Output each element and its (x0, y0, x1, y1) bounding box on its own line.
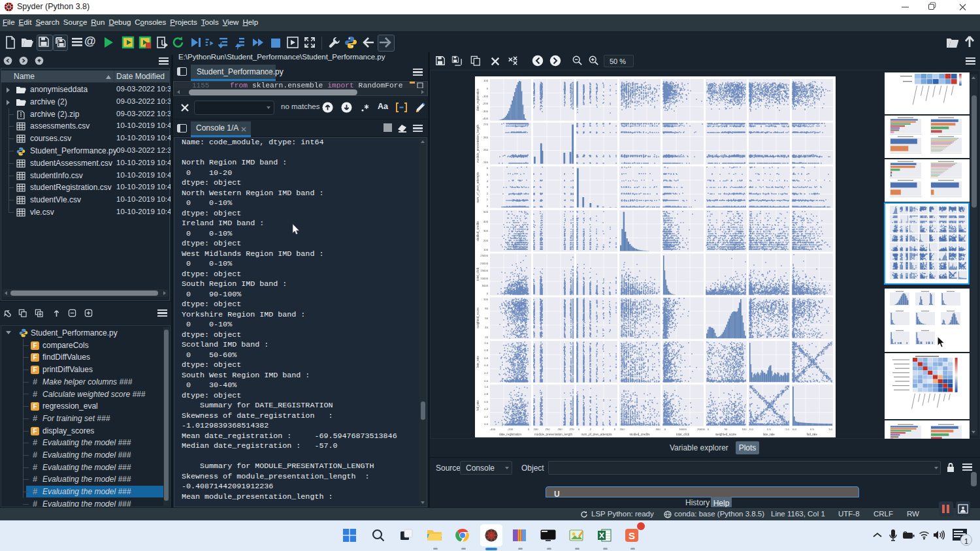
svg-text:500: 500 (483, 210, 489, 213)
svg-text:200: 200 (620, 428, 625, 431)
svg-text:fail_rate: fail_rate (476, 400, 480, 411)
svg-text:num_of_prev_attempts: num_of_prev_attempts (581, 433, 613, 436)
svg-text:-400: -400 (483, 117, 489, 120)
svg-text:0.2: 0.2 (484, 415, 488, 418)
svg-text:0.8: 0.8 (484, 349, 488, 352)
svg-text:0.0: 0.0 (749, 428, 753, 431)
svg-text:20000: 20000 (697, 428, 705, 431)
svg-text:80: 80 (485, 307, 488, 310)
svg-text:-200: -200 (483, 102, 489, 105)
svg-text:250: 250 (546, 428, 551, 431)
svg-text:250: 250 (483, 148, 489, 151)
svg-text:100: 100 (483, 248, 489, 251)
svg-text:weighted_score: weighted_score (476, 307, 480, 328)
svg-text:0.4: 0.4 (484, 364, 488, 367)
svg-text:400: 400 (656, 428, 661, 431)
svg-text:date_registration: date_registration (476, 88, 480, 111)
svg-text:5000: 5000 (482, 284, 489, 287)
svg-text:-200: -200 (508, 428, 514, 431)
svg-text:1.0: 1.0 (828, 428, 832, 431)
svg-text:total_click: total_click (476, 267, 480, 281)
svg-text:-400: -400 (490, 428, 496, 431)
svg-text:50: 50 (725, 428, 728, 431)
svg-text:200: 200 (483, 239, 489, 242)
svg-text:total_click: total_click (676, 433, 690, 436)
svg-text:270: 270 (570, 428, 575, 431)
svg-text:weighted_score: weighted_score (715, 433, 737, 436)
svg-text:0.5: 0.5 (810, 428, 814, 431)
svg-text:40: 40 (485, 326, 488, 329)
svg-text:late_rate: late_rate (763, 433, 775, 436)
svg-text:100: 100 (483, 79, 489, 82)
svg-text:module_presentation_length: module_presentation_length (476, 125, 480, 163)
svg-text:0.0: 0.0 (792, 428, 796, 431)
svg-text:1.0: 1.0 (484, 385, 488, 388)
svg-text:100: 100 (483, 298, 489, 301)
svg-text:num_of_prev_attempts: num_of_prev_attempts (476, 172, 480, 203)
svg-text:-300: -300 (483, 110, 489, 113)
svg-text:10000: 10000 (679, 428, 687, 431)
svg-text:60: 60 (485, 317, 488, 320)
svg-text:10000: 10000 (480, 277, 488, 280)
svg-text:0.6: 0.6 (484, 356, 488, 360)
svg-text:studied_credits: studied_credits (630, 433, 651, 436)
svg-text:-100: -100 (483, 95, 489, 98)
svg-text:late_rate: late_rate (476, 356, 480, 368)
svg-text:1.0: 1.0 (785, 428, 789, 431)
svg-text:0.5: 0.5 (767, 428, 771, 431)
svg-text:260: 260 (558, 428, 563, 431)
svg-text:300: 300 (483, 229, 489, 232)
svg-text:240: 240 (534, 428, 539, 431)
svg-text:15000: 15000 (480, 269, 488, 272)
svg-text:270: 270 (483, 123, 489, 126)
svg-text:date_registration: date_registration (499, 433, 522, 436)
svg-text:0.4: 0.4 (484, 407, 488, 411)
svg-text:100: 100 (742, 428, 747, 431)
svg-text:0.6: 0.6 (484, 400, 488, 403)
svg-text:0.8: 0.8 (484, 392, 488, 396)
svg-text:240: 240 (483, 161, 489, 164)
svg-text:module_presentation_length: module_presentation_length (534, 433, 572, 436)
svg-text:400: 400 (483, 220, 489, 223)
svg-text:fail_rate: fail_rate (807, 433, 818, 436)
svg-text:0.2: 0.2 (484, 371, 488, 375)
svg-text:S: S (629, 530, 635, 541)
svg-text:studied_credits: studied_credits (476, 221, 480, 242)
svg-text:0.0: 0.0 (484, 422, 488, 426)
svg-text:0.0: 0.0 (484, 379, 488, 383)
svg-text:20000: 20000 (480, 262, 488, 265)
svg-text:260: 260 (483, 136, 489, 139)
svg-text:20: 20 (485, 336, 488, 339)
svg-text:1.0: 1.0 (484, 341, 488, 345)
svg-text:25000: 25000 (480, 254, 488, 257)
